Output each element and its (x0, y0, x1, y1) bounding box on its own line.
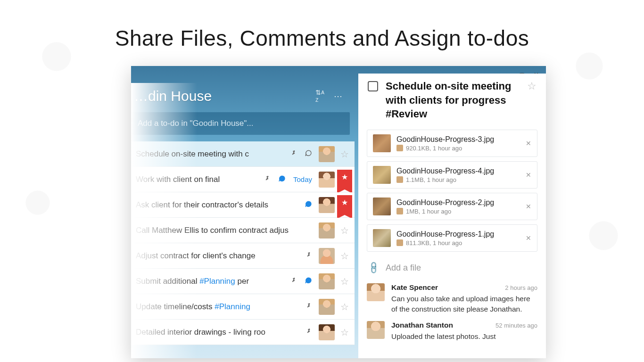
star-col[interactable]: ☆ (335, 276, 355, 287)
file-name: GoodinHouse-Progress-4.jpg (396, 167, 520, 175)
pin-icon[interactable] (305, 303, 312, 311)
todo-text: Detailed interior drawings - living roo (136, 328, 305, 337)
star-col[interactable]: ☆ (335, 250, 355, 262)
todo-icons (305, 328, 316, 336)
add-todo-input[interactable]: Add a to-do in "Goodin House"... (131, 112, 350, 135)
star-col[interactable]: ★ (335, 195, 355, 215)
complete-checkbox[interactable] (368, 81, 378, 91)
file-row[interactable]: GoodinHouse-Progress-4.jpg1.1MB, 1 hour … (367, 161, 537, 189)
todo-text: Adjust contract for client's change (136, 251, 305, 261)
todo-row[interactable]: Work with client on finalToday★ (131, 167, 355, 192)
list-title: …din House (134, 88, 212, 104)
comment-author: Jonathan Stanton (391, 321, 453, 329)
remove-file-icon[interactable]: ✕ (526, 171, 531, 179)
comment-text: Uploaded the latest photos. Just (391, 331, 537, 342)
more-icon[interactable]: ⋯ (334, 91, 342, 101)
todo-row[interactable]: Ask client for their contractor's detail… (131, 192, 355, 218)
star-icon[interactable]: ☆ (340, 225, 349, 236)
todo-text: Ask client for their contractor's detail… (136, 200, 305, 210)
assignee-avatar[interactable] (319, 146, 335, 162)
todo-row[interactable]: Submit additional #Planning per☆ (131, 269, 355, 294)
pin-icon[interactable] (290, 277, 297, 285)
assignee-avatar[interactable] (319, 222, 335, 239)
file-row[interactable]: GoodinHouse-Progress-2.jpg1MB, 1 hour ag… (367, 193, 537, 220)
file-thumb (373, 134, 391, 152)
starred-ribbon[interactable]: ★ (337, 170, 352, 189)
todo-row[interactable]: Call Matthew Ellis to confirm contract a… (131, 218, 355, 243)
chat-icon[interactable] (305, 149, 312, 158)
file-meta: 811.3KB, 1 hour ago (396, 239, 520, 247)
star-col[interactable]: ☆ (335, 327, 355, 338)
star-icon[interactable]: ☆ (340, 301, 349, 313)
star-col[interactable]: ☆ (335, 225, 355, 236)
uploader-avatar (396, 145, 403, 151)
file-meta: 920.1KB, 1 hour ago (396, 145, 520, 152)
star-icon[interactable]: ☆ (340, 327, 349, 338)
todo-icons (305, 200, 316, 209)
comment: Kate Spencer2 hours agoCan you also take… (367, 283, 537, 314)
remove-file-icon[interactable]: ✕ (526, 234, 531, 242)
app-window: — ▢ ✕ …din House ⇅AZ ⋯ Add a to-do in "G… (131, 66, 546, 358)
file-info: GoodinHouse-Progress-2.jpg1MB, 1 hour ag… (396, 198, 520, 215)
chat-icon[interactable] (278, 175, 286, 184)
starred-ribbon[interactable]: ★ (337, 195, 352, 215)
file-meta: 1MB, 1 hour ago (396, 208, 520, 215)
file-sub: 920.1KB, 1 hour ago (406, 145, 462, 152)
comment: Jonathan Stanton52 minutes agoUploaded t… (367, 321, 537, 342)
pin-icon[interactable] (305, 252, 312, 260)
due-label: Today (293, 175, 312, 183)
pin-icon[interactable] (264, 175, 271, 183)
add-file-button[interactable]: 🔗 Add a file (358, 256, 546, 280)
remove-file-icon[interactable]: ✕ (526, 203, 531, 210)
chat-icon[interactable] (305, 200, 312, 209)
pin-icon[interactable] (305, 328, 312, 336)
uploader-avatar (396, 239, 403, 246)
todo-icons: Today (264, 175, 316, 184)
todo-icons (290, 277, 316, 286)
assignee-avatar[interactable] (319, 172, 335, 188)
star-col[interactable]: ☆ (335, 301, 355, 313)
comment-head: Kate Spencer2 hours ago (391, 283, 537, 292)
assignee-avatar[interactable] (319, 197, 335, 213)
todo-row[interactable]: Schedule on-site meeting with c☆ (131, 141, 355, 167)
commenter-avatar[interactable] (367, 321, 385, 339)
remove-file-icon[interactable]: ✕ (526, 140, 531, 147)
star-col[interactable]: ☆ (335, 148, 355, 160)
sort-icon[interactable]: ⇅AZ (315, 89, 324, 104)
star-icon[interactable]: ☆ (340, 276, 349, 287)
file-thumb (373, 197, 391, 215)
file-info: GoodinHouse-Progress-4.jpg1.1MB, 1 hour … (396, 167, 520, 183)
comment-text: Can you also take and upload images here… (391, 294, 537, 314)
assignee-avatar[interactable] (319, 248, 335, 264)
file-sub: 1MB, 1 hour ago (406, 208, 451, 215)
star-icon[interactable]: ☆ (527, 80, 537, 92)
commenter-avatar[interactable] (367, 283, 385, 301)
todo-row[interactable]: Adjust contract for client's change☆ (131, 243, 355, 269)
file-meta: 1.1MB, 1 hour ago (396, 176, 520, 183)
todo-list: Schedule on-site meeting with c☆Work wit… (131, 141, 355, 345)
todo-row[interactable]: Detailed interior drawings - living roo☆ (131, 320, 355, 345)
add-todo-placeholder: Add a to-do in "Goodin House"... (138, 119, 254, 128)
comment-body: Jonathan Stanton52 minutes agoUploaded t… (391, 321, 537, 342)
assignee-avatar[interactable] (319, 299, 335, 315)
assignee-avatar[interactable] (319, 273, 335, 289)
file-thumb (373, 166, 391, 184)
star-col[interactable]: ★ (335, 170, 355, 189)
star-icon[interactable]: ☆ (340, 250, 349, 262)
file-sub: 811.3KB, 1 hour ago (406, 239, 462, 247)
chat-icon[interactable] (305, 277, 312, 286)
assignee-avatar[interactable] (319, 324, 335, 340)
comment-time: 52 minutes ago (495, 322, 537, 329)
star-icon[interactable]: ☆ (340, 148, 349, 160)
todo-text: Update timeline/costs #Planning (136, 302, 305, 312)
paperclip-icon: 🔗 (366, 261, 381, 275)
file-info: GoodinHouse-Progress-3.jpg920.1KB, 1 hou… (396, 135, 520, 152)
file-row[interactable]: GoodinHouse-Progress-1.jpg811.3KB, 1 hou… (367, 224, 537, 252)
file-name: GoodinHouse-Progress-1.jpg (396, 230, 520, 239)
todo-text: Call Matthew Ellis to confirm contract a… (136, 226, 312, 235)
file-row[interactable]: GoodinHouse-Progress-3.jpg920.1KB, 1 hou… (367, 130, 537, 157)
todo-row[interactable]: Update timeline/costs #Planning☆ (131, 294, 355, 320)
pin-icon[interactable] (290, 150, 297, 158)
detail-header: Schedule on-site meeting with clients fo… (358, 74, 546, 130)
file-name: GoodinHouse-Progress-3.jpg (396, 135, 520, 144)
